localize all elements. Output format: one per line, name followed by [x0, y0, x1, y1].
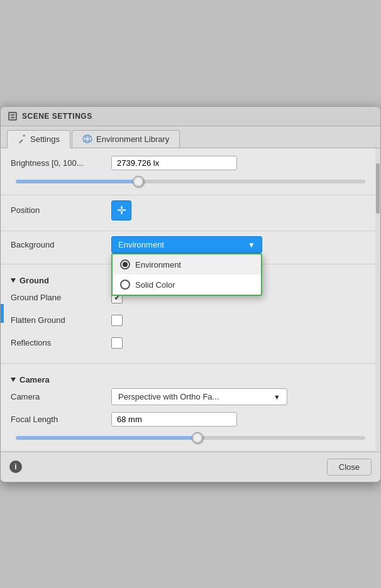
radio-environment	[120, 259, 130, 270]
background-section: Background Environment ▼ Environment	[1, 231, 380, 264]
flatten-ground-label: Flatten Ground	[11, 315, 111, 325]
background-dropdown-wrapper: Environment ▼ Environment Solid Color	[111, 236, 262, 253]
ground-indicator	[1, 304, 4, 323]
environment-option-label: Environment	[135, 260, 181, 270]
brightness-label: Brightness [0, 100...	[11, 158, 111, 168]
camera-collapse-icon[interactable]	[11, 378, 16, 382]
reflections-checkbox[interactable]	[111, 337, 123, 349]
reflections-label: Reflections	[11, 338, 111, 347]
focal-length-row: Focal Length	[11, 411, 370, 428]
background-selected-value: Environment	[118, 240, 164, 249]
background-label: Background	[11, 240, 111, 249]
scrollbar-thumb[interactable]	[376, 163, 380, 214]
ground-title: Ground	[19, 276, 49, 285]
brightness-slider-container	[11, 177, 370, 188]
focal-length-slider-track[interactable]	[16, 436, 365, 440]
scene-settings-window: SCENE SETTINGS Settings Environment Libr…	[0, 106, 381, 482]
radio-solid-color	[120, 280, 130, 290]
position-row: Position ✛	[11, 200, 370, 220]
brightness-slider-track[interactable]	[16, 180, 365, 183]
background-row: Background Environment ▼ Environment	[11, 236, 370, 254]
camera-type-label: Camera	[11, 392, 111, 401]
focal-length-label: Focal Length	[11, 415, 111, 424]
info-button[interactable]: i	[9, 460, 22, 473]
solid-color-option-label: Solid Color	[135, 280, 175, 290]
position-section: Position ✛	[1, 195, 380, 231]
position-button[interactable]: ✛	[111, 200, 131, 220]
ground-plane-label: Ground Plane	[11, 293, 111, 302]
environment-library-tab-label: Environment Library	[96, 134, 169, 144]
brightness-section: Brightness [0, 100...	[1, 148, 380, 195]
svg-rect-2	[18, 139, 23, 143]
brightness-input[interactable]	[111, 156, 237, 170]
main-content: Brightness [0, 100... Position ✛ Backgro…	[1, 148, 380, 452]
brightness-slider-thumb[interactable]	[133, 176, 144, 187]
window-title: SCENE SETTINGS	[22, 112, 92, 121]
settings-tab-label: Settings	[30, 134, 60, 144]
camera-header: Camera	[11, 370, 370, 388]
brightness-row: Brightness [0, 100...	[11, 155, 370, 172]
camera-section: Camera Camera Perspective with Ortho Fa.…	[1, 364, 380, 452]
flatten-ground-checkbox[interactable]	[111, 315, 123, 326]
title-bar: SCENE SETTINGS	[1, 107, 380, 126]
move-icon: ✛	[117, 204, 126, 217]
camera-dropdown-arrow-icon: ▼	[273, 393, 280, 401]
ground-collapse-icon[interactable]	[11, 278, 16, 283]
background-dropdown-menu: Environment Solid Color	[111, 253, 262, 296]
svg-point-3	[83, 135, 92, 143]
window-icon	[8, 112, 17, 121]
svg-point-4	[86, 135, 89, 143]
focal-length-input[interactable]	[111, 412, 237, 427]
camera-title: Camera	[19, 375, 50, 384]
bottom-bar: i Close	[1, 452, 380, 482]
camera-type-row: Camera Perspective with Ortho Fa... ▼	[11, 388, 370, 406]
scrollbar[interactable]	[375, 148, 380, 452]
tab-environment-library[interactable]: Environment Library	[72, 130, 180, 148]
globe-icon	[82, 134, 92, 143]
wrench-icon	[18, 134, 26, 143]
position-label: Position	[11, 205, 111, 215]
tab-settings[interactable]: Settings	[7, 130, 70, 148]
focal-length-slider-thumb[interactable]	[192, 432, 203, 444]
reflections-row: Reflections	[11, 334, 370, 352]
dropdown-item-environment[interactable]: Environment	[113, 254, 261, 275]
dropdown-arrow-icon: ▼	[248, 241, 255, 249]
dropdown-item-solid-color[interactable]: Solid Color	[113, 275, 261, 295]
camera-type-value: Perspective with Ortho Fa...	[118, 392, 219, 401]
focal-length-slider-container	[11, 433, 370, 445]
tabs-container: Settings Environment Library	[1, 126, 380, 148]
close-button[interactable]: Close	[327, 459, 372, 476]
camera-type-dropdown[interactable]: Perspective with Ortho Fa... ▼	[111, 388, 287, 405]
flatten-ground-row: Flatten Ground	[11, 312, 370, 329]
info-icon-label: i	[14, 462, 16, 471]
background-dropdown[interactable]: Environment ▼	[111, 236, 262, 253]
